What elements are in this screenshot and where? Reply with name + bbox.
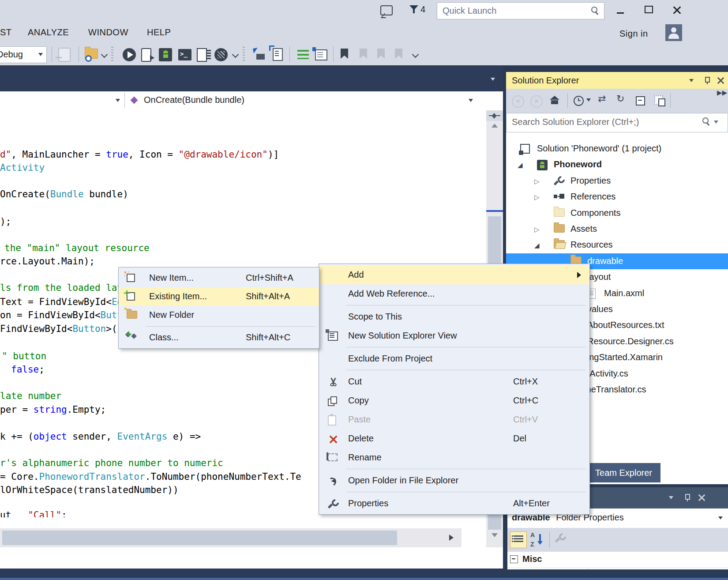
types-dropdown-icon[interactable]: [116, 99, 120, 104]
maximize-button[interactable]: [645, 6, 653, 13]
comment-icon[interactable]: [315, 49, 327, 60]
toolbar-grip[interactable]: [111, 47, 113, 63]
tree-item-resources[interactable]: ◢Resources: [506, 237, 728, 253]
pending-changes-filter-icon[interactable]: [574, 96, 584, 106]
horizontal-scroll-thumb[interactable]: [2, 531, 397, 545]
menu-item-exclude-from-project[interactable]: Exclude From Project: [319, 349, 589, 368]
menu-window[interactable]: WINDOW: [88, 27, 128, 38]
notifications-count[interactable]: 4: [420, 4, 426, 15]
bookmark-next-icon[interactable]: [377, 49, 385, 59]
menu-item-new-solution-explorer-view[interactable]: New Solution Explorer View: [319, 326, 589, 345]
code-line: = Core.PhonewordTranslator.ToNumber(phon…: [0, 470, 301, 483]
notifications-filter-icon[interactable]: [409, 4, 418, 14]
attach-debugger-icon[interactable]: [58, 48, 71, 62]
folder-icon: [554, 224, 565, 233]
expand-icon[interactable]: ▷: [534, 226, 540, 234]
android-console-icon[interactable]: [178, 49, 191, 60]
menu-item-rename[interactable]: Rename: [319, 448, 589, 467]
android-emulator-icon[interactable]: [214, 48, 228, 61]
tree-item-components[interactable]: Components: [506, 205, 728, 221]
tree-item-properties[interactable]: ▷Properties: [506, 173, 728, 189]
forward-icon[interactable]: [530, 95, 543, 108]
back-icon[interactable]: [512, 95, 524, 108]
collapse-section-icon[interactable]: [510, 555, 518, 563]
members-dropdown[interactable]: OnCreate(Bundle bundle): [144, 95, 244, 105]
categorized-view-icon[interactable]: [510, 531, 527, 548]
members-dropdown-icon[interactable]: [469, 99, 473, 104]
run-button[interactable]: [123, 48, 136, 61]
menu-item-delete[interactable]: DeleteDel: [319, 429, 589, 448]
menu-item-add-web-reference[interactable]: Add Web Reference...: [319, 284, 589, 303]
close-panel-icon[interactable]: [698, 494, 705, 501]
property-pages-icon[interactable]: [555, 533, 565, 543]
menu-help[interactable]: HELP: [147, 27, 171, 38]
toolbar-grip[interactable]: [243, 47, 245, 63]
menu-item-new-item[interactable]: New Item...Ctrl+Shift+A: [119, 269, 319, 287]
toolbar-overflow-icon[interactable]: [101, 51, 108, 58]
solution-search-input[interactable]: Search Solution Explorer (Ctrl+;): [506, 113, 728, 132]
menu-analyze[interactable]: ANALYZE: [28, 27, 69, 38]
menu-item-open-folder-in-file-explorer[interactable]: Open Folder in File Explorer: [319, 471, 589, 490]
tree-item-assets[interactable]: ▷Assets: [506, 221, 728, 237]
collapse-icon[interactable]: ◢: [534, 241, 540, 249]
expand-icon[interactable]: ▷: [534, 177, 540, 185]
menu-item-new-folder[interactable]: New Folder: [119, 306, 319, 324]
run-on-device-icon[interactable]: [141, 48, 151, 62]
tree-item-phoneword[interactable]: ◢Phoneword: [506, 157, 728, 173]
tree-item-solution-phoneword-1-project[interactable]: Solution 'Phoneword' (1 project): [506, 141, 728, 157]
chevron-down-icon[interactable]: [718, 516, 723, 522]
scroll-right-icon[interactable]: [449, 535, 454, 541]
tab-team-explorer[interactable]: Team Explorer: [587, 463, 660, 482]
show-all-files-icon[interactable]: [654, 95, 663, 105]
search-options-icon[interactable]: [714, 121, 718, 126]
sync-with-active-document-icon[interactable]: ⇄: [598, 93, 606, 104]
bookmark-clear-icon[interactable]: [395, 49, 402, 59]
quick-launch-input[interactable]: Quick Launch: [437, 2, 604, 19]
menu-item-copy[interactable]: CopyCtrl+C: [319, 391, 589, 410]
window-position-icon[interactable]: [689, 79, 694, 84]
alphabetical-sort-icon[interactable]: [529, 532, 544, 547]
indent-icon[interactable]: [297, 50, 309, 59]
home-icon[interactable]: [550, 96, 559, 105]
search-icon[interactable]: [702, 117, 711, 126]
android-deploy-icon[interactable]: [159, 48, 172, 61]
menu-item-cut[interactable]: CutCtrl+X: [319, 372, 589, 391]
bookmark-icon[interactable]: [341, 49, 348, 59]
pin-icon[interactable]: [704, 76, 710, 84]
device-manager-icon[interactable]: [197, 48, 207, 62]
collapse-icon[interactable]: ◢: [518, 161, 523, 169]
refresh-icon[interactable]: ↻: [616, 93, 624, 104]
scroll-down-icon[interactable]: [492, 533, 498, 537]
tree-item-references[interactable]: ▷References: [506, 189, 728, 205]
find-in-files-icon[interactable]: [85, 49, 98, 59]
pin-icon[interactable]: [684, 493, 690, 501]
menu-item-class[interactable]: Class...Shift+Alt+C: [119, 328, 319, 347]
menu-item-scope-to-this[interactable]: Scope to This: [319, 307, 589, 326]
collapse-all-icon[interactable]: [636, 96, 645, 105]
menu-test[interactable]: ST: [0, 27, 12, 38]
bookmark-previous-icon[interactable]: [360, 49, 367, 59]
editor-horizontal-scrollbar[interactable]: [0, 528, 462, 547]
minimize-button[interactable]: [617, 12, 624, 14]
close-panel-icon[interactable]: [717, 77, 724, 84]
toolbar-overflow-icon[interactable]: ▶▶: [717, 89, 727, 97]
menu-item-add[interactable]: Add: [319, 265, 589, 284]
menu-item-existing-item[interactable]: Existing Item...Shift+Alt+A: [119, 287, 319, 306]
document-well-dropdown-icon[interactable]: [491, 78, 495, 83]
toolbar-overflow-icon[interactable]: [412, 51, 419, 58]
config-dropdown[interactable]: Debug: [0, 46, 47, 63]
solution-explorer-titlebar[interactable]: Solution Explorer: [506, 72, 728, 89]
feedback-icon[interactable]: [380, 5, 393, 15]
close-button[interactable]: [672, 5, 681, 14]
sign-in-link[interactable]: Sign in: [619, 29, 648, 39]
filter-dropdown-icon[interactable]: [586, 98, 591, 104]
editor-splitter-handle[interactable]: [486, 110, 503, 121]
window-position-icon[interactable]: [669, 496, 673, 501]
menu-item-properties[interactable]: PropertiesAlt+Enter: [319, 494, 589, 513]
navigate-to-icon[interactable]: [252, 49, 265, 60]
goto-definition-icon[interactable]: [273, 48, 283, 61]
scroll-up-icon[interactable]: [492, 124, 498, 128]
expand-icon[interactable]: ▷: [534, 193, 540, 201]
user-avatar-icon[interactable]: [665, 24, 682, 41]
toolbar-overflow-icon[interactable]: [232, 51, 239, 58]
